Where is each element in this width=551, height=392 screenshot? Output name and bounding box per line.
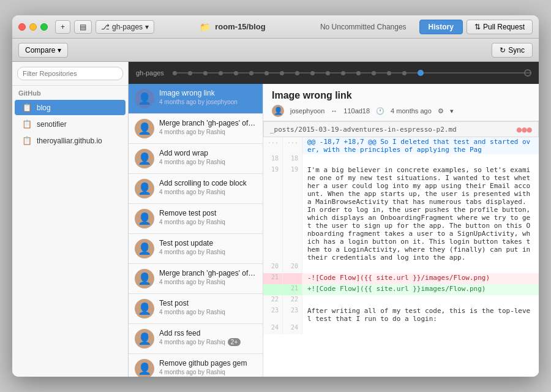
diff-file-label: _posts/2015-03-19-adventures-in-espresso… [263,121,539,137]
filter-repositories-input[interactable] [17,67,123,80]
commit-meta: 4 months ago by Rashiq [159,189,257,195]
folder-icon: 📁 [200,22,210,32]
chevron-down-icon[interactable]: ▾ [450,107,454,115]
diff-row: ......@@ -18,7 +18,7 @@ So I deleted tha… [263,137,539,154]
diff-commit-title: Image wrong link [272,90,530,101]
commit-avatar: 👤 [135,269,154,288]
commit-meta: 4 months ago by josephyoon [159,99,257,105]
diff-line-number-new: 18 [283,154,302,165]
timeline-dot[interactable] [203,71,208,75]
timeline-dot[interactable] [173,71,177,75]
timeline-dot[interactable] [387,71,391,75]
timeline-dot-active[interactable] [418,70,424,76]
commits-list: 👤Image wrong link4 months ago by josephy… [129,84,263,377]
window-title: room-15/blog [215,22,265,31]
diff-line-number-old: 21 [263,273,283,284]
diff-line-number-old: ... [263,137,283,154]
diff-commit-meta: 👤 josephyoon ↔ 110ad18 🕐 4 months ago ⚙ … [272,105,530,117]
commit-meta: 4 months ago by Rashiq [159,249,257,255]
commit-avatar: 👤 [135,179,154,198]
timeline-dot[interactable] [356,71,361,75]
close-button[interactable] [18,23,26,31]
commit-title: Add scrolling to code block [159,179,257,187]
diff-line-text [302,323,539,334]
diff-row: 1818 [263,154,539,165]
diff-line-number-old: 19 [263,165,283,262]
sidebar-item-blog[interactable]: 📋 blog [15,100,126,115]
commit-info: Add scrolling to code block4 months ago … [159,179,257,195]
commit-list-item[interactable]: 👤Merge branch 'gh-pages' of git...4 mont… [129,114,263,144]
diff-line-text [302,262,539,273]
timeline-dot[interactable] [264,71,269,75]
commit-list-item[interactable]: 👤Remove test post4 months ago by Rashiq [129,204,263,234]
commit-title: Test post [159,299,257,307]
commit-list-item[interactable]: 👤Test post4 months ago by Rashiq [129,294,263,324]
gear-icon[interactable]: ⚙ [438,107,444,115]
diff-line-number-new: 19 [283,165,302,262]
timeline-dot[interactable] [310,71,315,75]
repo-icon: 📋 [22,103,32,112]
main-area: GitHub 📋 blog 📋 senotifier 📋 theroyallia… [12,62,539,377]
commit-list-item[interactable]: 👤Remove github pages gem4 months ago by … [129,354,263,377]
commit-list-item[interactable]: 👤Image wrong link4 months ago by josephy… [129,84,263,114]
pull-request-icon: ⇅ [474,23,481,31]
timeline-dot[interactable] [341,71,345,75]
sidebar-toggle-button[interactable]: ▤ [74,20,92,34]
commit-list-item[interactable]: 👤Add word wrap4 months ago by Rashiq [129,144,263,174]
chevron-down-icon: ▾ [58,46,61,55]
commit-meta: 4 months ago by Rashiq [159,219,257,225]
timeline-dot[interactable] [326,71,330,75]
minimize-button[interactable] [29,23,37,31]
diff-clock: 🕐 [376,107,384,115]
commit-list-item[interactable]: 👤Add rss feed4 months ago by Rashiq2+ [129,324,263,354]
titlebar-right: No Uncommitted Changes History ⇅ Pull Re… [311,20,533,34]
diff-line-number-old: 22 [263,295,283,306]
commit-info: Add word wrap4 months ago by Rashiq [159,149,257,165]
commit-info: Merge branch 'gh-pages' of git...4 month… [159,119,257,135]
no-changes-tab[interactable]: No Uncommitted Changes [311,20,416,34]
sidebar-item-senotifier[interactable]: 📋 senotifier [15,116,126,132]
commit-title: Test post update [159,239,257,247]
commit-list-item[interactable]: 👤Merge branch 'gh-pages' of git...4 mont… [129,264,263,294]
timeline-dot[interactable] [280,71,284,75]
timeline-dot[interactable] [219,71,223,75]
sync-button[interactable]: ↻ Sync [492,43,533,58]
new-button[interactable]: + [55,20,70,34]
compare-button[interactable]: Compare ▾ [18,43,68,58]
timeline-dot[interactable] [249,71,253,75]
diff-line-number-new: 21 [283,284,302,295]
titlebar-center: 📁 room-15/blog [154,22,311,32]
sidebar-item-label: blog [37,104,51,112]
diff-author-avatar: 👤 [272,105,284,117]
pull-request-button[interactable]: ⇅ Pull Request [467,20,533,34]
timeline-dot[interactable] [372,71,376,75]
commit-title: Remove test post [159,209,257,217]
diff-code-area[interactable]: ......@@ -18,7 +18,7 @@ So I deleted tha… [263,137,539,377]
titlebar-left-controls: + ▤ ⎇ gh-pages ▾ [55,20,154,34]
commit-avatar: 👤 [135,209,154,228]
timeline-dot[interactable] [402,71,407,75]
sidebar-item-theroyalliar[interactable]: 📋 theroyalliar.github.io [15,133,126,148]
commit-meta: 4 months ago by Rashiq [159,159,257,165]
titlebar: + ▤ ⎇ gh-pages ▾ 📁 room-15/blog No Uncom… [12,15,539,39]
timeline-dot[interactable] [188,71,192,75]
sidebar: GitHub 📋 blog 📋 senotifier 📋 theroyallia… [12,62,129,377]
diff-panel: Image wrong link 👤 josephyoon ↔ 110ad18 … [263,84,539,377]
diff-line-text: -![Code Flow]({{ site.url }}/images/Flow… [302,273,539,284]
commit-badge: 2+ [228,338,241,346]
diff-line-number-new: 24 [283,323,302,334]
commit-list-item[interactable]: 👤Test post update4 months ago by Rashiq [129,234,263,264]
branch-filter-button[interactable]: ⎇ gh-pages ▾ [96,20,154,34]
commit-avatar: 👤 [135,149,154,168]
timeline-dot-end[interactable] [524,69,531,77]
commit-avatar: 👤 [135,359,154,377]
timeline-dot[interactable] [295,71,299,75]
commit-info: Remove github pages gem4 months ago by R… [159,359,257,375]
maximize-button[interactable] [40,23,48,31]
diff-line-number-new: 20 [283,262,302,273]
diff-row: 21-![Code Flow]({{ site.url }}/images/Fl… [263,273,539,284]
timeline-dot[interactable] [234,71,238,75]
commit-list-item[interactable]: 👤Add scrolling to code block4 months ago… [129,174,263,204]
diff-line-number-old: 20 [263,262,283,273]
history-tab[interactable]: History [419,20,463,34]
